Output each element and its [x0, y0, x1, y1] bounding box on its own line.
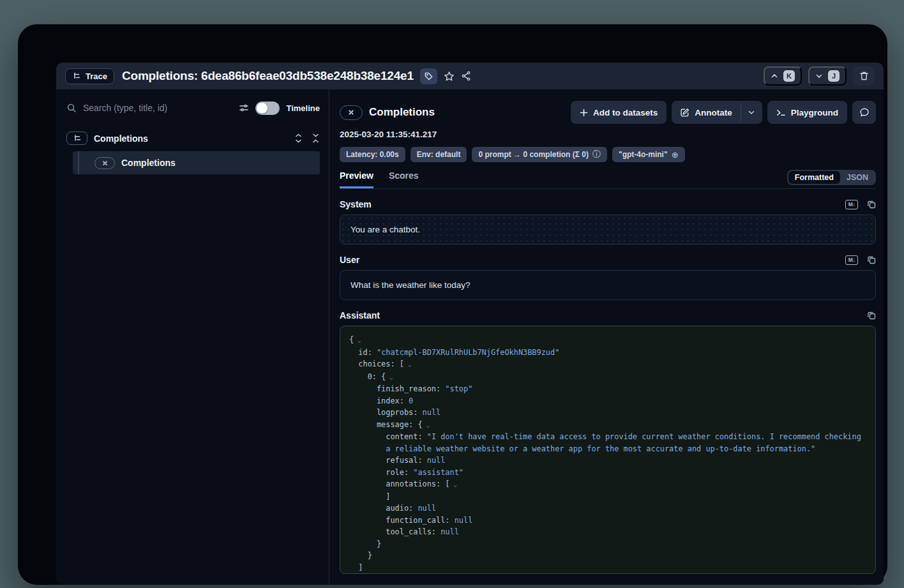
plus-icon — [580, 109, 588, 117]
tree-item-label: Completions — [121, 158, 176, 168]
copy-icon[interactable] — [867, 255, 876, 264]
assistant-section-header: Assistant — [340, 310, 876, 320]
star-icon — [444, 71, 455, 82]
observation-header: Completions Add to datasets An — [340, 101, 876, 124]
tab-scores[interactable]: Scores — [389, 170, 419, 188]
annotate-pencil-icon — [680, 108, 689, 117]
chevron-up-icon — [771, 72, 778, 80]
info-icon: ⓘ — [592, 149, 601, 160]
app-window: Trace Completions: 6dea86b6feae03db538e2… — [18, 24, 887, 585]
system-section-header: System M↓ — [340, 199, 876, 209]
comments-button[interactable] — [852, 101, 876, 124]
metadata-badges: Latency: 0.00s Env: default 0 prompt → 0… — [340, 147, 876, 162]
trace-badge-label: Trace — [86, 72, 107, 81]
content-area: Timeline Completions — [56, 89, 884, 585]
share-button[interactable] — [461, 71, 471, 81]
annotate-button[interactable]: Annotate — [672, 101, 741, 124]
collapse-all-icon[interactable] — [312, 133, 320, 143]
expand-all-icon[interactable] — [294, 133, 303, 143]
playground-button[interactable]: Playground — [767, 101, 847, 124]
tree-item-completions-selected[interactable]: Completions — [73, 151, 320, 174]
tab-preview[interactable]: Preview — [340, 170, 373, 188]
search-input[interactable] — [83, 103, 232, 113]
search-icon — [66, 103, 77, 113]
favorite-button[interactable] — [444, 71, 455, 82]
trace-tree-icon — [66, 132, 87, 145]
trace-tree-icon — [72, 72, 81, 80]
tag-icon — [424, 72, 433, 81]
action-buttons: Add to datasets Annotate — [571, 101, 876, 124]
observation-timestamp: 2025-03-20 11:35:41.217 — [340, 130, 876, 139]
observation-detail: Completions Add to datasets An — [329, 89, 884, 585]
format-option-formatted[interactable]: Formatted — [788, 171, 840, 184]
latency-badge: Latency: 0.00s — [340, 147, 405, 162]
generation-spark-icon — [94, 157, 115, 169]
page-title: Completions: 6dea86b6feae03db538e248b38e… — [122, 69, 414, 83]
user-message-box: What is the weather like today? — [340, 270, 876, 300]
user-section-header: User M↓ — [340, 255, 876, 265]
timeline-toggle[interactable] — [255, 102, 280, 115]
assistant-label: Assistant — [340, 310, 380, 320]
tree-root-label: Completions — [94, 133, 148, 144]
chevron-down-icon — [748, 109, 755, 116]
trace-view: Trace Completions: 6dea86b6feae03db538e2… — [56, 63, 884, 585]
system-message-text: You are a chatbot. — [350, 225, 420, 234]
comment-bubble-icon — [859, 107, 870, 117]
circle-plus-icon: ⊕ — [672, 150, 679, 160]
filter-sliders-icon[interactable] — [239, 103, 249, 113]
terminal-icon — [776, 109, 786, 117]
shortcut-key-k: K — [783, 70, 795, 82]
add-to-datasets-button[interactable]: Add to datasets — [571, 101, 667, 124]
format-option-json[interactable]: JSON — [840, 171, 875, 184]
user-message-text: What is the weather like today? — [350, 280, 471, 290]
annotate-button-group: Annotate — [672, 101, 762, 124]
trace-sidebar: Timeline Completions — [56, 89, 329, 585]
detail-tabs: Preview Scores Formatted JSON — [340, 170, 876, 189]
observation-title: Completions — [369, 106, 435, 119]
trace-type-badge: Trace — [65, 68, 114, 84]
prev-trace-button[interactable]: K — [764, 66, 802, 86]
env-badge: Env: default — [411, 147, 467, 162]
chevron-down-icon — [815, 72, 823, 80]
delete-trace-button[interactable] — [853, 66, 875, 86]
assistant-json-box: { ⌄ id: "chatcmpl-BD7XRulRhULb7NjGfeOkhN… — [340, 326, 876, 574]
token-usage-badge[interactable]: 0 prompt → 0 completion (Σ 0)ⓘ — [472, 147, 607, 162]
annotate-dropdown-button[interactable] — [741, 101, 762, 124]
user-label: User — [340, 255, 359, 265]
tag-button[interactable] — [420, 68, 437, 84]
model-badge[interactable]: "gpt-4o-mini"⊕ — [612, 147, 685, 162]
next-trace-button[interactable]: J — [808, 66, 847, 86]
generation-spark-icon — [340, 105, 363, 120]
copy-icon[interactable] — [867, 311, 876, 320]
shortcut-key-j: J — [828, 70, 840, 82]
markdown-toggle-icon[interactable]: M↓ — [845, 200, 858, 209]
share-icon — [461, 71, 471, 81]
format-switcher: Formatted JSON — [787, 170, 876, 185]
system-message-box: You are a chatbot. — [340, 215, 876, 245]
trash-icon — [859, 71, 869, 81]
timeline-toggle-label: Timeline — [286, 103, 320, 113]
copy-icon[interactable] — [867, 200, 876, 209]
tree-root-row[interactable]: Completions — [66, 132, 320, 145]
search-row: Timeline — [66, 98, 320, 117]
system-label: System — [340, 199, 372, 209]
markdown-toggle-icon[interactable]: M↓ — [845, 255, 858, 265]
assistant-json-code: { ⌄ id: "chatcmpl-BD7XRulRhULb7NjGfeOkhN… — [349, 334, 866, 574]
top-bar: Trace Completions: 6dea86b6feae03db538e2… — [56, 63, 884, 89]
